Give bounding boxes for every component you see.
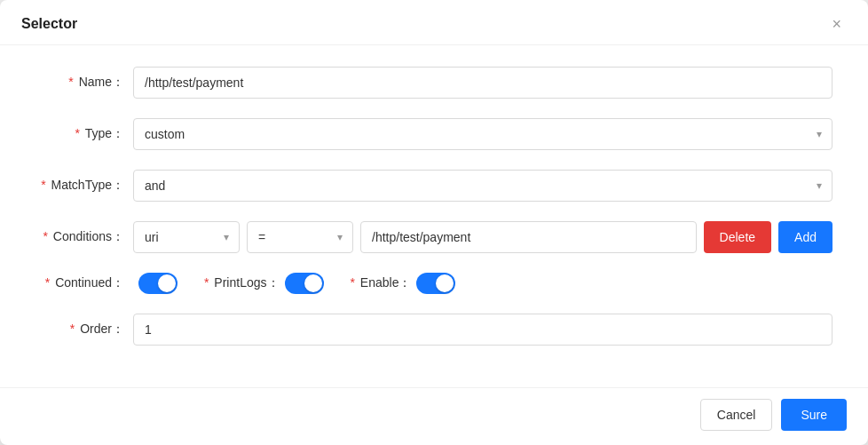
order-input[interactable] xyxy=(133,314,832,346)
enable-label: * Enable： xyxy=(351,275,412,291)
order-row: * Order： xyxy=(36,314,832,346)
conditions-required-star: * xyxy=(43,229,48,243)
matchtype-select-wrapper: and or ▾ xyxy=(133,170,832,202)
continued-label: * Continued： xyxy=(36,275,133,291)
cond-field-select[interactable]: uri host path xyxy=(133,221,240,253)
printlogs-toggle[interactable] xyxy=(285,273,324,294)
sure-button[interactable]: Sure xyxy=(781,399,847,431)
matchtype-label: * MatchType： xyxy=(36,178,133,194)
dialog-title: Selector xyxy=(21,16,77,32)
enable-toggle[interactable] xyxy=(416,273,455,294)
name-label: * Name： xyxy=(36,75,133,91)
matchtype-select[interactable]: and or xyxy=(133,170,832,202)
printlogs-group: * PrintLogs： xyxy=(204,273,324,294)
continued-toggle[interactable] xyxy=(138,273,178,294)
type-select-wrapper: custom default ▾ xyxy=(133,118,832,150)
cond-field-wrapper: uri host path ▾ xyxy=(133,221,240,253)
name-row: * Name： xyxy=(36,67,832,99)
continued-required-star: * xyxy=(45,275,50,290)
printlogs-label: * PrintLogs： xyxy=(204,275,280,291)
enable-required-star: * xyxy=(351,275,355,290)
selector-dialog: Selector × * Name： * Type： custom defaul… xyxy=(0,0,868,445)
matchtype-required-star: * xyxy=(41,178,45,192)
dialog-footer: Cancel Sure xyxy=(0,387,868,445)
name-input[interactable] xyxy=(133,67,832,99)
dialog-body: * Name： * Type： custom default ▾ * xyxy=(0,45,868,387)
toggles-row: * Continued： * PrintLogs： * Enable： xyxy=(36,273,832,294)
enable-group: * Enable： xyxy=(351,273,456,294)
printlogs-required-star: * xyxy=(204,275,209,290)
close-button[interactable]: × xyxy=(826,14,847,34)
matchtype-row: * MatchType： and or ▾ xyxy=(36,170,832,202)
conditions-row: * Conditions： uri host path ▾ = != ~ xyxy=(36,221,832,253)
order-label: * Order： xyxy=(36,322,133,338)
cond-op-select[interactable]: = != ~ xyxy=(247,221,353,253)
delete-button[interactable]: Delete xyxy=(704,221,771,253)
conditions-controls: uri host path ▾ = != ~ ▾ Delete Add xyxy=(133,221,832,253)
dialog-header: Selector × xyxy=(0,0,868,45)
type-row: * Type： custom default ▾ xyxy=(36,118,832,150)
order-required-star: * xyxy=(70,322,75,336)
type-select[interactable]: custom default xyxy=(133,118,832,150)
add-button[interactable]: Add xyxy=(778,221,832,253)
name-required-star: * xyxy=(68,75,73,89)
type-required-star: * xyxy=(75,126,80,140)
cancel-button[interactable]: Cancel xyxy=(700,399,773,431)
type-label: * Type： xyxy=(36,126,133,142)
continued-group: * Continued： xyxy=(36,273,178,294)
cond-value-input[interactable] xyxy=(360,221,697,253)
conditions-label: * Conditions： xyxy=(36,229,133,245)
cond-op-wrapper: = != ~ ▾ xyxy=(247,221,353,253)
